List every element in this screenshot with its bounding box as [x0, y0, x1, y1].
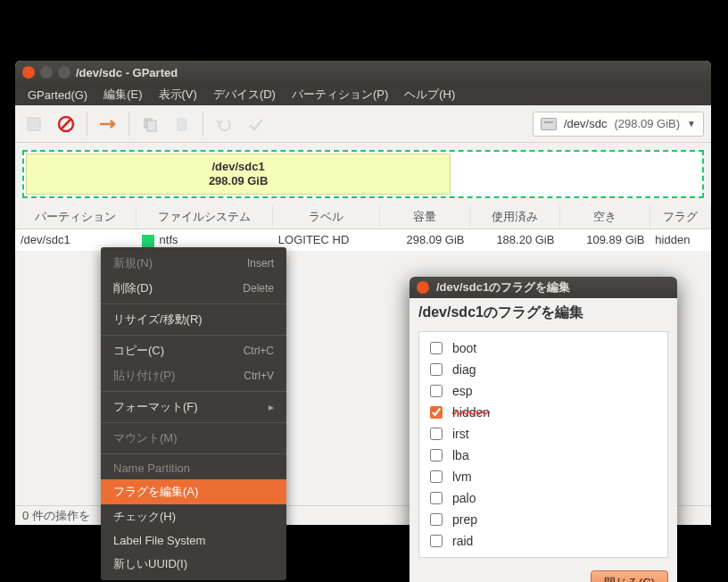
svg-rect-4: [147, 121, 156, 131]
delete-icon[interactable]: [54, 112, 78, 136]
flag-checkbox-prep[interactable]: [430, 513, 443, 526]
cell-used: 188.20 GiB: [470, 229, 560, 251]
flag-label: prep: [452, 512, 477, 527]
dialog-close-icon[interactable]: [417, 281, 429, 294]
toolbar-separator: [87, 112, 87, 137]
menu-help[interactable]: ヘルプ(H): [397, 85, 462, 104]
col-free[interactable]: 空き: [559, 205, 649, 229]
svg-rect-5: [177, 118, 187, 131]
context-menu-label: Name Partition: [113, 461, 190, 475]
context-menu-item[interactable]: フォーマット(F)▸: [101, 395, 286, 420]
col-used[interactable]: 使用済み: [470, 205, 560, 229]
dialog-title: /dev/sdc1のフラグを編集: [436, 279, 570, 295]
flag-row-esp[interactable]: esp: [426, 380, 660, 402]
flag-checkbox-palo[interactable]: [430, 492, 443, 504]
window-minimize-icon[interactable]: [40, 66, 53, 79]
apply-icon[interactable]: [244, 112, 268, 136]
flag-label: hidden: [452, 405, 490, 420]
context-menu-item[interactable]: Label File System: [101, 529, 286, 552]
context-menu-accelerator: Ctrl+V: [244, 370, 274, 382]
svg-line-2: [62, 120, 70, 129]
context-menu-separator: [101, 453, 286, 454]
resize-icon[interactable]: [96, 112, 120, 136]
flag-row-prep[interactable]: prep: [426, 509, 660, 530]
dialog-heading: /dev/sdc1のフラグを編集: [410, 298, 677, 328]
partition-graphic[interactable]: /dev/sdc1 298.09 GiB: [22, 150, 704, 198]
new-partition-icon[interactable]: [22, 112, 46, 136]
context-menu-item: 貼り付け(P)Ctrl+V: [101, 363, 286, 388]
partition-segment-sdc1[interactable]: /dev/sdc1 298.09 GiB: [26, 154, 451, 195]
device-selector[interactable]: /dev/sdc (298.09 GiB) ▼: [533, 112, 704, 137]
window-maximize-icon[interactable]: [58, 66, 70, 79]
fs-color-swatch: [142, 235, 154, 247]
menu-edit[interactable]: 編集(E): [96, 85, 149, 104]
context-menu-label: マウント(M): [113, 430, 178, 446]
flag-row-raid[interactable]: raid: [426, 530, 660, 552]
partition-segment-free[interactable]: [451, 154, 700, 195]
flag-list: bootdiagesphiddenirstlbalvmpaloprepraid: [418, 331, 668, 558]
context-menu-item[interactable]: コピー(C)Ctrl+C: [101, 338, 286, 363]
flag-checkbox-lvm[interactable]: [430, 470, 443, 483]
flag-label: diag: [452, 362, 476, 377]
menu-view[interactable]: 表示(V): [152, 85, 204, 104]
context-menu-label: Label File System: [113, 534, 205, 547]
context-menu-item[interactable]: フラグを編集(A): [101, 479, 286, 504]
partition-segment-size: 298.09 GiB: [209, 174, 269, 188]
cell-size: 298.09 GiB: [380, 229, 470, 251]
manage-flags-dialog: /dev/sdc1のフラグを編集 /dev/sdc1のフラグを編集 bootdi…: [410, 277, 677, 582]
copy-icon[interactable]: [138, 112, 161, 136]
context-menu-item[interactable]: 削除(D)Delete: [101, 276, 286, 301]
paste-icon[interactable]: [170, 112, 194, 136]
col-flags[interactable]: フラグ: [649, 205, 710, 229]
context-menu-label: 貼り付け(P): [113, 368, 175, 384]
dialog-titlebar[interactable]: /dev/sdc1のフラグを編集: [410, 277, 677, 298]
cell-flags: hidden: [649, 229, 710, 251]
context-menu-label: フラグを編集(A): [113, 484, 198, 500]
col-size[interactable]: 容量: [380, 205, 470, 229]
context-menu-separator: [101, 303, 286, 304]
chevron-down-icon: ▼: [687, 119, 696, 129]
flag-label: palo: [452, 491, 476, 505]
menu-gparted[interactable]: GParted(G): [21, 87, 95, 104]
flag-row-boot[interactable]: boot: [426, 337, 660, 359]
context-menu-item[interactable]: リサイズ/移動(R): [101, 307, 286, 332]
col-filesystem[interactable]: ファイルシステム: [136, 205, 273, 229]
flag-row-hidden[interactable]: hidden: [426, 402, 660, 423]
flag-row-lba[interactable]: lba: [426, 445, 660, 466]
submenu-arrow-icon: ▸: [269, 401, 274, 413]
flag-label: lba: [452, 448, 469, 462]
flag-checkbox-boot[interactable]: [430, 342, 443, 354]
context-menu-item[interactable]: 新しいUUID(I): [101, 552, 286, 577]
context-menu-accelerator: Delete: [243, 282, 274, 295]
toolbar-separator: [128, 112, 129, 137]
flag-row-lvm[interactable]: lvm: [426, 466, 660, 487]
flag-checkbox-raid[interactable]: [430, 535, 443, 547]
status-text: 0 件の操作を: [22, 509, 90, 522]
flag-checkbox-esp[interactable]: [430, 385, 443, 397]
flag-checkbox-lba[interactable]: [430, 449, 443, 461]
menu-partition[interactable]: パーティション(P): [285, 85, 395, 104]
context-menu-label: コピー(C): [113, 343, 164, 359]
disk-icon: [541, 118, 557, 130]
close-button[interactable]: 閉じる(C): [591, 570, 668, 582]
window-titlebar[interactable]: /dev/sdc - GParted: [15, 61, 711, 84]
menubar: GParted(G) 編集(E) 表示(V) デバイス(D) パーティション(P…: [15, 84, 711, 105]
flag-label: boot: [452, 341, 476, 355]
flag-checkbox-diag[interactable]: [430, 363, 443, 376]
context-menu-accelerator: Ctrl+C: [244, 345, 274, 357]
col-label[interactable]: ラベル: [273, 205, 380, 229]
menu-device[interactable]: デバイス(D): [206, 85, 283, 104]
context-menu-separator: [101, 391, 286, 392]
partition-segment-name: /dev/sdc1: [212, 160, 265, 174]
col-partition[interactable]: パーティション: [15, 205, 136, 229]
flag-row-palo[interactable]: palo: [426, 487, 660, 509]
flag-row-irst[interactable]: irst: [426, 423, 660, 445]
window-close-icon[interactable]: [22, 66, 35, 79]
flag-row-diag[interactable]: diag: [426, 359, 660, 380]
context-menu-item[interactable]: チェック(H): [101, 504, 286, 529]
context-menu-separator: [101, 335, 286, 336]
undo-icon[interactable]: [212, 112, 236, 136]
context-menu-separator: [101, 422, 286, 423]
flag-checkbox-hidden[interactable]: [430, 406, 443, 419]
flag-checkbox-irst[interactable]: [430, 428, 443, 440]
